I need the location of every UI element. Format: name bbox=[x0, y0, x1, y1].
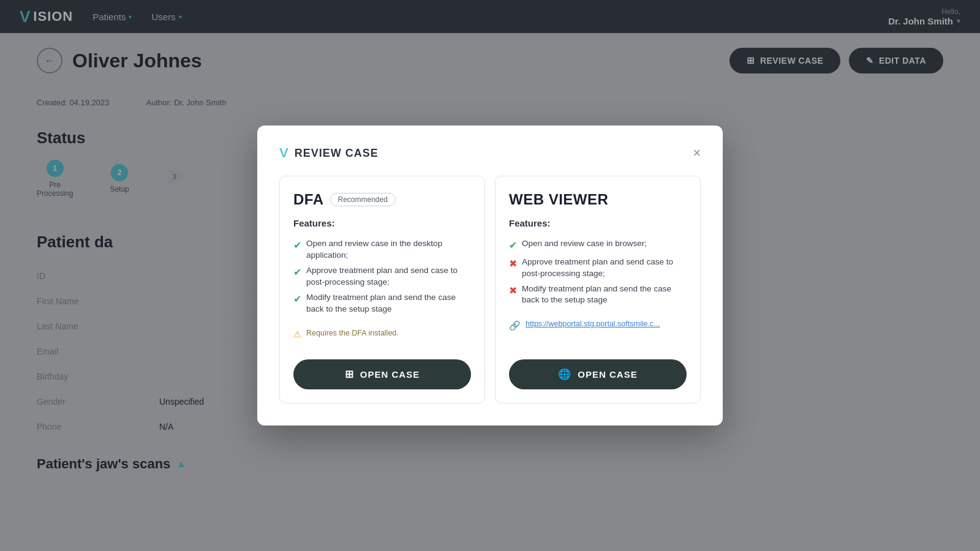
check-icon: ✔ bbox=[293, 239, 301, 252]
dfa-feature-3: ✔ Modify treatment plan and send the cas… bbox=[293, 292, 471, 315]
cross-icon: ✖ bbox=[509, 257, 517, 271]
web-viewer-feature-2: ✖ Approve treatment plan and send case t… bbox=[509, 257, 687, 280]
modal-title-area: V REVIEW CASE bbox=[279, 145, 379, 161]
dfa-open-case-button[interactable]: ⊞ OPEN CASE bbox=[293, 359, 471, 389]
web-viewer-feature-3-text: Modify treatment plan and send the case … bbox=[522, 283, 687, 307]
dfa-title-row: DFA Recommended bbox=[293, 191, 471, 208]
dfa-warning-row: ⚠ Requires the DFA installed. bbox=[293, 329, 471, 340]
web-viewer-features-list: ✔ Open and review case in browser; ✖ App… bbox=[509, 238, 687, 310]
globe-icon: 🌐 bbox=[558, 368, 571, 381]
dfa-feature-2: ✔ Approve treatment plan and send case t… bbox=[293, 265, 471, 288]
modal-close-button[interactable]: × bbox=[693, 146, 701, 160]
modal-title: REVIEW CASE bbox=[295, 147, 379, 160]
web-viewer-features-label: Features: bbox=[509, 218, 687, 228]
check-icon: ✔ bbox=[293, 293, 301, 306]
warning-icon: ⚠ bbox=[293, 329, 301, 340]
link-icon: 🔗 bbox=[509, 320, 521, 331]
web-viewer-feature-2-text: Approve treatment plan and send case to … bbox=[522, 257, 687, 280]
dfa-title: DFA bbox=[293, 191, 324, 208]
review-case-modal: V REVIEW CASE × DFA Recommended Features… bbox=[257, 126, 723, 425]
web-viewer-link-row: 🔗 https://webportal.stg.portal.softsmile… bbox=[509, 320, 687, 331]
cards-row: DFA Recommended Features: ✔ Open and rev… bbox=[279, 176, 701, 403]
web-viewer-feature-1-text: Open and review case in browser; bbox=[522, 238, 647, 250]
web-viewer-card: WEB VIEWER Features: ✔ Open and review c… bbox=[495, 176, 701, 403]
dfa-features-list: ✔ Open and review case in the desktop ap… bbox=[293, 238, 471, 318]
check-icon: ✔ bbox=[509, 239, 517, 252]
modal-overlay: V REVIEW CASE × DFA Recommended Features… bbox=[0, 0, 980, 551]
dfa-open-case-label: OPEN CASE bbox=[360, 369, 420, 380]
web-viewer-feature-3: ✖ Modify treatment plan and send the cas… bbox=[509, 283, 687, 307]
web-viewer-open-case-button[interactable]: 🌐 OPEN CASE bbox=[509, 359, 687, 389]
cross-icon: ✖ bbox=[509, 284, 517, 298]
dfa-feature-3-text: Modify treatment plan and send the case … bbox=[306, 292, 471, 315]
modal-logo-icon: V bbox=[279, 145, 288, 161]
web-viewer-title: WEB VIEWER bbox=[509, 191, 608, 208]
dfa-features-label: Features: bbox=[293, 218, 471, 228]
web-viewer-feature-1: ✔ Open and review case in browser; bbox=[509, 238, 687, 252]
dfa-feature-1: ✔ Open and review case in the desktop ap… bbox=[293, 238, 471, 261]
web-viewer-open-case-label: OPEN CASE bbox=[578, 369, 637, 380]
modal-header: V REVIEW CASE × bbox=[279, 145, 701, 161]
dfa-feature-2-text: Approve treatment plan and send case to … bbox=[306, 265, 471, 288]
dfa-feature-1-text: Open and review case in the desktop appl… bbox=[306, 238, 471, 261]
dfa-card: DFA Recommended Features: ✔ Open and rev… bbox=[279, 176, 485, 403]
web-viewer-title-row: WEB VIEWER bbox=[509, 191, 687, 208]
recommended-badge: Recommended bbox=[330, 193, 396, 206]
dfa-btn-icon: ⊞ bbox=[345, 368, 354, 381]
check-icon: ✔ bbox=[293, 266, 301, 279]
web-viewer-link[interactable]: https://webportal.stg.portal.softsmile.c… bbox=[526, 320, 660, 328]
dfa-warning-text: Requires the DFA installed. bbox=[306, 329, 399, 337]
